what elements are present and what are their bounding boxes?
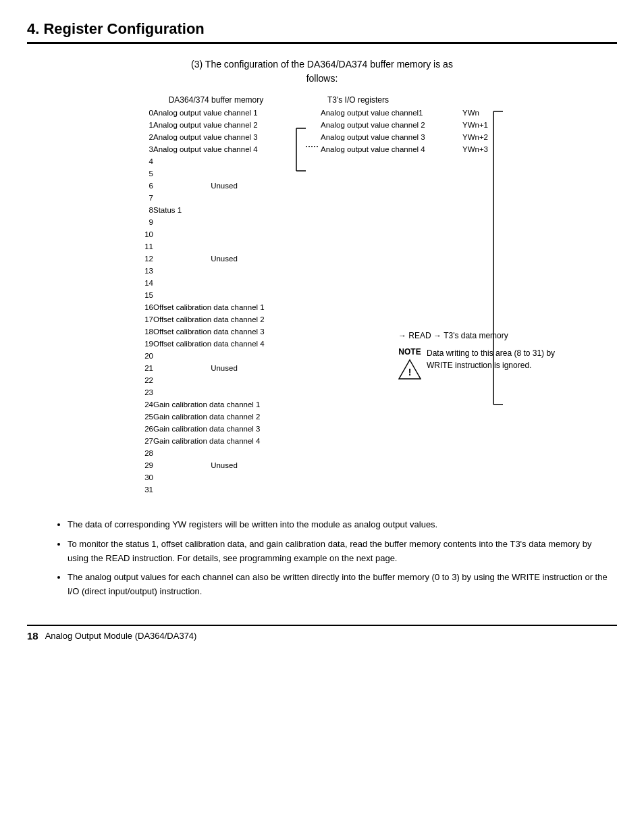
table-row: 24 Gain calibration data channel 1 bbox=[137, 399, 295, 411]
table-row: 30 bbox=[137, 472, 295, 484]
table-row: Analog output value channel1 YWn bbox=[321, 107, 488, 120]
table-row: 22 bbox=[137, 375, 295, 387]
table-row: 31 bbox=[137, 484, 295, 496]
table-row: 14 bbox=[137, 278, 295, 290]
table-row: 11 bbox=[137, 241, 295, 253]
diagram-container: DA364/374 buffer memory 0 Analog output … bbox=[27, 95, 617, 496]
io-registers-label: T3's I/O registers bbox=[321, 95, 488, 105]
table-row: 19 Offset calibration data channel 4 bbox=[137, 338, 295, 350]
page-header: 4. Register Configuration bbox=[27, 20, 617, 44]
table-row: 25 Gain calibration data channel 2 bbox=[137, 411, 295, 423]
table-row: 6 Unused bbox=[137, 180, 295, 192]
table-row: 27 Gain calibration data channel 4 bbox=[137, 436, 295, 448]
table-row: 9 bbox=[137, 217, 295, 229]
table-row: 8 Status 1 bbox=[137, 205, 295, 217]
table-row: 18 Offset calibration data channel 3 bbox=[137, 326, 295, 338]
table-row: 10 bbox=[137, 229, 295, 241]
list-item: The data of corresponding YW registers w… bbox=[68, 518, 608, 532]
table-row: 1 Analog output value channel 2 bbox=[137, 120, 295, 132]
table-row: Analog output value channel 2 YWn+1 bbox=[321, 120, 488, 132]
read-arrow-text: → READ → T3's data memory bbox=[398, 331, 574, 340]
table-row: 13 bbox=[137, 265, 295, 278]
buffer-table: 0 Analog output value channel 1 1 Analog… bbox=[137, 107, 295, 496]
footer-page-number: 18 bbox=[27, 630, 38, 642]
connector-area bbox=[295, 95, 321, 176]
buffer-memory-section: DA364/374 buffer memory 0 Analog output … bbox=[137, 95, 295, 496]
table-row: 20 bbox=[137, 350, 295, 363]
table-row: 3 Analog output value channel 4 bbox=[137, 144, 295, 156]
connector-svg bbox=[295, 122, 321, 176]
table-row: 28 bbox=[137, 448, 295, 460]
table-row: 17 Offset calibration data channel 2 bbox=[137, 314, 295, 326]
section-subtitle: (3) The configuration of the DA364/DA374… bbox=[191, 57, 453, 86]
table-row: 29 Unused bbox=[137, 460, 295, 472]
svg-text:!: ! bbox=[408, 367, 412, 377]
list-item: To monitor the status 1, offset calibrat… bbox=[68, 538, 608, 566]
footer-title: Analog Output Module (DA364/DA374) bbox=[45, 631, 197, 641]
table-row: 16 Offset calibration data channel 1 bbox=[137, 302, 295, 314]
right-side-area: → READ → T3's data memory NOTE ! Data wr… bbox=[489, 95, 507, 407]
table-row: 5 bbox=[137, 168, 295, 180]
table-row: 4 bbox=[137, 156, 295, 168]
table-row: 0 Analog output value channel 1 bbox=[137, 107, 295, 120]
io-table: Analog output value channel1 YWn Analog … bbox=[321, 107, 488, 156]
note-area: → READ → T3's data memory NOTE ! Data wr… bbox=[398, 196, 574, 381]
bullet-list: The data of corresponding YW registers w… bbox=[54, 518, 608, 604]
list-item: The analog output values for each channe… bbox=[68, 571, 608, 599]
content-area: (3) The configuration of the DA364/DA374… bbox=[27, 57, 617, 604]
buffer-memory-label: DA364/374 buffer memory bbox=[137, 95, 295, 105]
note-text: Data writing to this area (8 to 31) by W… bbox=[427, 347, 574, 371]
note-label: NOTE bbox=[398, 347, 421, 357]
page-footer: 18 Analog Output Module (DA364/DA374) bbox=[27, 625, 617, 642]
table-row: Analog output value channel 3 YWn+2 bbox=[321, 132, 488, 144]
table-row: 23 bbox=[137, 387, 295, 399]
note-box: NOTE ! Data writing to this area (8 to 3… bbox=[398, 347, 574, 381]
table-row: 2 Analog output value channel 3 bbox=[137, 132, 295, 144]
table-row: 12 Unused bbox=[137, 253, 295, 265]
table-row: 21 Unused bbox=[137, 363, 295, 375]
table-row: 15 bbox=[137, 290, 295, 302]
page: 4. Register Configuration (3) The config… bbox=[0, 0, 644, 834]
note-label-area: NOTE ! bbox=[398, 347, 421, 381]
table-row: 7 bbox=[137, 192, 295, 205]
io-registers-section: T3's I/O registers Analog output value c… bbox=[321, 95, 488, 156]
page-title: 4. Register Configuration bbox=[27, 20, 617, 38]
table-row: Analog output value channel 4 YWn+3 bbox=[321, 144, 488, 156]
warning-icon: ! bbox=[398, 358, 421, 381]
table-row: 26 Gain calibration data channel 3 bbox=[137, 423, 295, 436]
